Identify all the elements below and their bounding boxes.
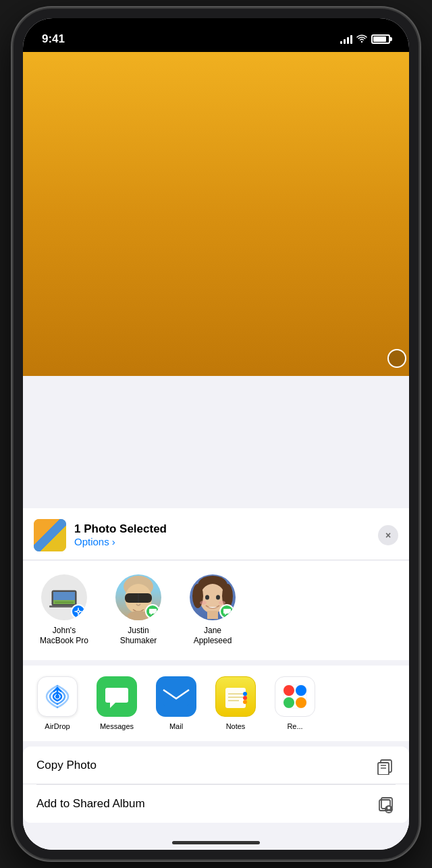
messages-badge-jane (219, 604, 234, 619)
person-name-macbook: John'sMacBook Pro (40, 626, 88, 647)
phone-screen: 9:41 (23, 18, 409, 850)
svg-point-0 (361, 41, 362, 43)
photo-yellow[interactable] (382, 52, 409, 376)
messages-label: Messages (100, 722, 134, 730)
svg-point-61 (243, 692, 247, 696)
status-icons (340, 34, 390, 45)
svg-rect-66 (296, 685, 306, 696)
airdrop-app-icon (37, 676, 78, 717)
close-button[interactable]: × (378, 525, 398, 545)
reminders-app-icon (275, 676, 315, 717)
notes-label: Notes (226, 722, 246, 730)
svg-rect-65 (284, 685, 294, 696)
svg-rect-57 (225, 688, 246, 708)
phone-frame: 9:41 (14, 9, 418, 859)
wifi-icon (356, 34, 367, 45)
macbook-avatar (41, 574, 87, 620)
person-item-macbook[interactable]: John'sMacBook Pro (34, 574, 94, 647)
svg-rect-38 (55, 601, 74, 603)
share-header-text: 1 Photo Selected Options › (74, 522, 370, 547)
photo-area (23, 52, 409, 376)
svg-point-52 (200, 601, 207, 605)
photo-select-right[interactable] (387, 349, 406, 368)
notes-app-icon (215, 676, 256, 717)
notch (165, 18, 267, 37)
airdrop-label: AirDrop (45, 722, 70, 730)
svg-rect-72 (378, 763, 389, 775)
status-time: 9:41 (42, 32, 65, 46)
app-item-notes[interactable]: Notes (212, 676, 259, 730)
share-header: 1 Photo Selected Options › × (23, 508, 409, 560)
reminders-label: Re... (287, 722, 302, 730)
svg-point-63 (243, 700, 247, 704)
svg-point-50 (205, 595, 209, 599)
person-item-justin[interactable]: JustinShumaker (108, 574, 169, 647)
share-title: 1 Photo Selected (74, 522, 370, 536)
photo-row (23, 52, 409, 376)
share-options-button[interactable]: Options › (74, 536, 370, 547)
svg-point-40 (77, 610, 80, 613)
signal-icon (340, 34, 352, 44)
copy-icon (374, 755, 396, 776)
svg-point-51 (216, 595, 220, 599)
copy-photo-row[interactable]: Copy Photo (23, 747, 409, 784)
jane-avatar (190, 574, 236, 620)
mail-label: Mail (169, 722, 183, 730)
svg-point-62 (243, 696, 247, 700)
svg-rect-68 (296, 697, 306, 708)
person-name-justin: JustinShumaker (120, 626, 157, 647)
person-name-jane: JaneAppleseed (194, 626, 232, 647)
app-item-reminders[interactable]: Re... (271, 676, 319, 730)
messages-app-icon (97, 676, 137, 717)
home-indicator (172, 841, 260, 844)
svg-point-78 (387, 807, 390, 809)
share-sheet: 1 Photo Selected Options › × (23, 508, 409, 850)
status-bar: 9:41 (23, 18, 409, 52)
shared-album-icon (374, 793, 396, 815)
app-item-airdrop[interactable]: AirDrop (34, 676, 81, 730)
svg-rect-54 (207, 611, 218, 619)
app-item-messages[interactable]: Messages (93, 676, 140, 730)
justin-avatar (115, 574, 161, 620)
airdrop-badge (71, 604, 86, 619)
person-item-jane[interactable]: JaneAppleseed (182, 574, 243, 647)
svg-rect-67 (284, 697, 294, 708)
share-photo-thumbnail (34, 519, 66, 551)
action-block: Copy Photo Add to Share (23, 747, 409, 823)
svg-rect-56 (163, 687, 189, 706)
mail-app-icon (156, 676, 196, 717)
app-item-mail[interactable]: Mail (153, 676, 200, 730)
add-to-shared-album-label: Add to Shared Album (36, 797, 145, 811)
copy-photo-label: Copy Photo (36, 759, 97, 772)
apps-row: AirDrop Messages (23, 666, 409, 741)
battery-icon (371, 34, 390, 44)
people-row: John'sMacBook Pro (23, 561, 409, 660)
add-to-shared-album-row[interactable]: Add to Shared Album (23, 785, 409, 823)
messages-badge-justin (145, 604, 160, 619)
